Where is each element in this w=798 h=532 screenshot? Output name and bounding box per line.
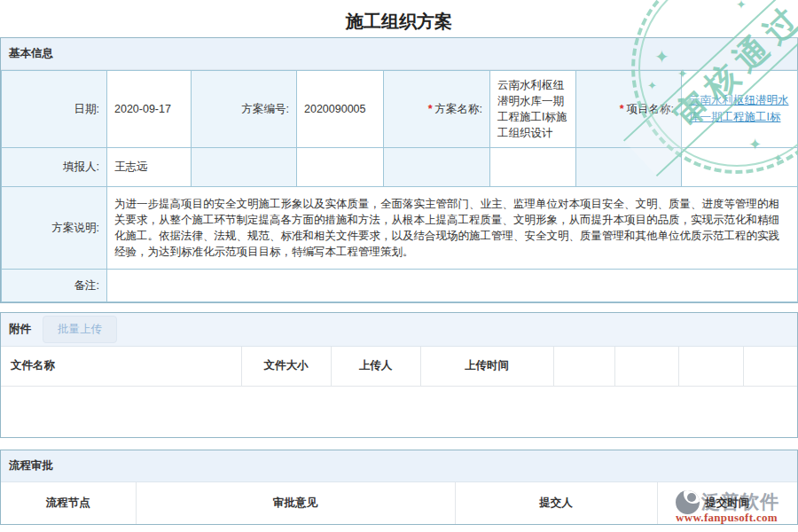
basic-info-form: 日期: 2020-09-17 方案编号: 2020090005 *方案名称: 云… xyxy=(1,70,798,302)
basic-info-section-header: 基本信息 xyxy=(1,38,797,70)
approval-title: 流程审批 xyxy=(9,458,53,473)
reporter-label: 填报人: xyxy=(2,148,107,187)
date-label: 日期: xyxy=(2,71,107,148)
empty-value-cell xyxy=(297,148,384,187)
basic-info-section: 基本信息 日期: 2020-09-17 方案编号: 2020090005 *方案… xyxy=(0,37,798,303)
empty-label-cell xyxy=(576,148,682,187)
batch-upload-button[interactable]: 批量上传 xyxy=(43,316,117,343)
project-name-link[interactable]: 云南水利枢纽潜明水库一期工程施工I标 xyxy=(689,94,789,123)
col-empty xyxy=(678,347,743,386)
attachments-empty-body xyxy=(1,387,797,437)
required-asterisk: * xyxy=(428,103,433,115)
empty-value-cell xyxy=(682,148,798,187)
col-approval-opinion: 审批意见 xyxy=(136,482,455,524)
project-name-label: *项目名称: xyxy=(576,71,682,148)
date-value: 2020-09-17 xyxy=(107,71,192,148)
remark-value xyxy=(107,270,798,302)
basic-info-title: 基本信息 xyxy=(9,46,53,61)
description-value: 为进一步提高项目的安全文明施工形象以及实体质量，全面落实主管部门、业主、监理单位… xyxy=(107,187,798,270)
col-uploader: 上传人 xyxy=(331,347,420,386)
col-empty xyxy=(614,347,678,386)
col-flow-node: 流程节点 xyxy=(1,482,136,524)
attachments-title: 附件 xyxy=(9,322,31,337)
construction-plan-page: 施工组织方案 基本信息 日期: 2020-09-17 方案编号: 2020090… xyxy=(0,0,798,532)
empty-label-cell xyxy=(384,148,490,187)
page-title: 施工组织方案 xyxy=(0,0,798,37)
col-file-size: 文件大小 xyxy=(241,347,331,386)
attachments-section-header: 附件 批量上传 xyxy=(1,313,797,347)
description-label: 方案说明: xyxy=(2,187,107,270)
project-name-cell: 云南水利枢纽潜明水库一期工程施工I标 xyxy=(682,71,798,148)
plan-no-value: 2020090005 xyxy=(297,71,384,148)
col-file-name: 文件名称 xyxy=(1,347,241,386)
plan-name-value: 云南水利枢纽潜明水库一期工程施工I标施工组织设计 xyxy=(490,71,576,148)
attachments-table: 文件名称 文件大小 上传人 上传时间 xyxy=(1,347,797,387)
attachments-section: 附件 批量上传 文件名称 文件大小 上传人 上传时间 xyxy=(0,312,798,438)
approval-section-header: 流程审批 xyxy=(1,450,797,482)
remark-label: 备注: xyxy=(2,270,107,302)
col-empty xyxy=(553,347,614,386)
plan-no-label: 方案编号: xyxy=(192,71,297,148)
col-empty xyxy=(743,347,797,386)
fanpu-logo-icon xyxy=(676,490,700,514)
reporter-value: 王志远 xyxy=(107,148,192,187)
col-upload-time: 上传时间 xyxy=(420,347,553,386)
empty-value-cell xyxy=(490,148,576,187)
empty-label-cell xyxy=(192,148,297,187)
plan-name-label: *方案名称: xyxy=(384,71,490,148)
required-asterisk: * xyxy=(620,103,624,115)
col-submitter: 提交人 xyxy=(455,482,657,524)
